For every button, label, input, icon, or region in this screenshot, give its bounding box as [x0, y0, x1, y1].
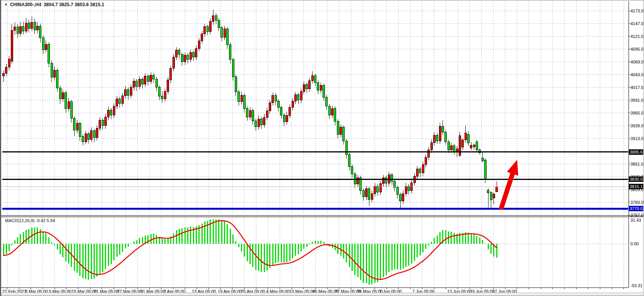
macd-name: MACD(12,26,9) — [5, 218, 34, 223]
symbol-period-label: CHINA300-,H4 — [10, 2, 41, 7]
price-level-tag: 3770.0 — [629, 206, 644, 211]
macd-tick-label: -53.31 — [630, 283, 642, 288]
price-tick-label: 3861.0 — [630, 162, 644, 166]
price-tick-label: 3757.0 — [630, 213, 644, 217]
price-tick-label: 4173.0 — [630, 9, 644, 13]
price-level-tag: 3830.0 — [629, 176, 644, 182]
macd-tick-label: 31.43 — [630, 218, 641, 222]
macd-tick-label: 0.00 — [630, 241, 639, 246]
bottom-edge-strip — [1, 293, 643, 296]
price-tick-label: 3939.0 — [630, 123, 644, 128]
price-tick-label: 4017.0 — [630, 85, 644, 90]
candlestick-chart-canvas[interactable] — [1, 0, 644, 296]
price-tick-label: 4069.0 — [630, 60, 644, 64]
price-tick-label: 4095.0 — [630, 47, 644, 51]
chart-header: ▼ CHINA300-,H4 3804.7 3825.7 3803.6 3815… — [4, 2, 104, 7]
price-tick-label: 3783.0 — [630, 200, 644, 205]
ohlc-values: 3804.7 3825.7 3803.6 3815.1 — [44, 2, 104, 7]
macd-values: -9.42 5.94 — [36, 218, 55, 223]
chevron-down-icon[interactable]: ▼ — [4, 3, 8, 7]
chart-window: ▼ CHINA300-,H4 3804.7 3825.7 3803.6 3815… — [0, 0, 644, 296]
price-level-tag: 3815.1 — [629, 184, 644, 189]
price-tick-label: 4043.0 — [630, 72, 644, 77]
price-tick-label: 4147.0 — [630, 21, 644, 26]
price-tick-label: 3913.0 — [630, 136, 644, 141]
price-tick-label: 3991.0 — [630, 98, 644, 103]
price-level-tag: 3885.6 — [629, 149, 644, 155]
price-tick-label: 4121.0 — [630, 34, 644, 39]
macd-indicator-label: MACD(12,26,9) -9.42 5.94 — [5, 218, 55, 223]
price-tick-label: 3965.0 — [630, 111, 644, 115]
